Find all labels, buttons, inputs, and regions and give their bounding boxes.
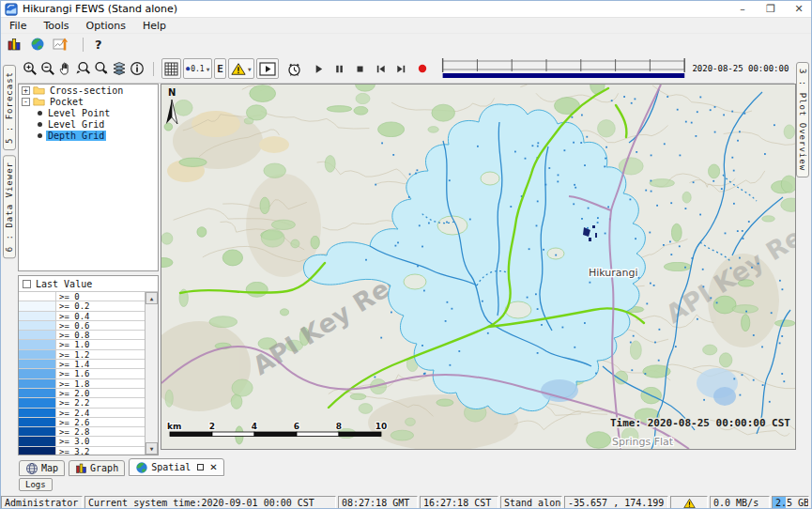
zoom-out-icon[interactable] bbox=[38, 59, 56, 78]
class-break-dropdown[interactable]: ● 0.1 ▼ bbox=[183, 58, 212, 79]
info-icon[interactable] bbox=[128, 59, 146, 78]
svg-text:6: 6 bbox=[294, 422, 299, 431]
legend-row: >= 2.8 bbox=[19, 427, 145, 437]
globe-map-icon[interactable] bbox=[28, 35, 46, 54]
maximize-button[interactable]: ❐ bbox=[757, 1, 785, 17]
class-break-label: 0.1 bbox=[191, 65, 204, 73]
legend-color-swatch bbox=[19, 340, 56, 348]
tree-item-level-point[interactable]: Level Point bbox=[19, 107, 158, 118]
expander-expanded-icon[interactable]: - bbox=[22, 98, 30, 106]
legend-row-label: >= 0.2 bbox=[56, 301, 145, 310]
tree-item-depth-grid[interactable]: Depth Grid bbox=[19, 130, 158, 141]
undock-icon[interactable] bbox=[197, 464, 204, 470]
help-button[interactable]: ? bbox=[91, 38, 106, 52]
animation-timer-icon[interactable] bbox=[285, 59, 303, 78]
pause-button[interactable] bbox=[329, 59, 350, 78]
legend-panel: Last Value >= 0 >= 0.2 >= 0.4 bbox=[18, 275, 159, 455]
play-button[interactable] bbox=[309, 59, 329, 78]
node-bullet-icon bbox=[38, 133, 42, 138]
toolbar-separator bbox=[83, 38, 84, 52]
menu-help[interactable]: Help bbox=[134, 20, 175, 32]
legend-row-label: >= 1.4 bbox=[56, 360, 145, 368]
legend-row: >= 0.2 bbox=[19, 301, 145, 311]
tab-graph[interactable]: Graph bbox=[69, 460, 125, 476]
chevron-down-icon: ▼ bbox=[207, 66, 210, 72]
svg-text:10: 10 bbox=[375, 422, 388, 431]
logs-button[interactable]: Logs bbox=[19, 478, 53, 491]
tab-forecast[interactable]: 5 : Forecast bbox=[3, 65, 16, 150]
tab-data-viewer[interactable]: 6 : Data Viewer bbox=[3, 155, 16, 258]
status-user: Administrator bbox=[1, 496, 83, 509]
layers-icon[interactable] bbox=[110, 59, 128, 78]
legend-row: >= 2.6 bbox=[19, 418, 145, 427]
status-warning-cell[interactable] bbox=[670, 496, 708, 509]
tree-item-pocket[interactable]: - Pocket bbox=[19, 96, 158, 107]
tab-plot-overview[interactable]: 3 : Plot Overview bbox=[796, 62, 809, 177]
legend-color-swatch bbox=[19, 437, 56, 445]
zoom-in-icon[interactable] bbox=[21, 59, 38, 78]
tab-map[interactable]: Map bbox=[19, 460, 65, 476]
scroll-down-icon[interactable]: ▼ bbox=[146, 442, 158, 455]
toolbar-separator bbox=[153, 62, 154, 76]
status-gmt-time: 08:27:18 GMT bbox=[338, 496, 418, 509]
legend-row-label: >= 3.2 bbox=[56, 447, 145, 455]
spatial-map-view[interactable]: API Key Required API Key Required bbox=[161, 84, 796, 450]
folder-icon bbox=[33, 97, 45, 106]
warnings-dropdown-button[interactable]: ▼ bbox=[228, 58, 254, 79]
zoom-next-icon[interactable] bbox=[92, 59, 110, 78]
node-bullet-icon bbox=[38, 122, 42, 127]
zoom-previous-icon[interactable] bbox=[74, 59, 92, 78]
legend-scrollbar[interactable]: ▲ ▼ bbox=[145, 292, 158, 455]
fews-application-window: Hikurangi FEWS (Stand alone) – ❐ ✕ File … bbox=[0, 0, 812, 509]
svg-text:8: 8 bbox=[336, 422, 342, 431]
menu-options[interactable]: Options bbox=[78, 20, 134, 32]
svg-text:2: 2 bbox=[209, 422, 215, 431]
grid-display-button[interactable] bbox=[161, 58, 181, 79]
last-value-checkbox[interactable] bbox=[23, 280, 31, 288]
legend-row: >= 0.4 bbox=[19, 312, 145, 321]
tree-item-cross-section[interactable]: + Cross-section bbox=[19, 85, 158, 96]
legend-color-swatch bbox=[19, 321, 56, 330]
expander-collapsed-icon[interactable]: + bbox=[22, 86, 30, 95]
animation-panel-button[interactable] bbox=[256, 58, 279, 79]
top-toolbar: ? bbox=[1, 34, 812, 54]
legend-color-swatch bbox=[19, 369, 56, 378]
tree-item-label-selected: Depth Grid bbox=[46, 131, 106, 141]
bottom-panel: Map Graph Spatial ✕ bbox=[1, 456, 812, 496]
window-title: Hikurangi FEWS (Stand alone) bbox=[23, 3, 177, 15]
tab-graph-label: Graph bbox=[90, 463, 118, 473]
scroll-up-icon[interactable]: ▲ bbox=[146, 292, 158, 304]
menu-bar: File Tools Options Help bbox=[1, 18, 812, 34]
legend-row: >= 2.4 bbox=[19, 409, 145, 418]
menu-tools[interactable]: Tools bbox=[35, 20, 77, 32]
close-button[interactable]: ✕ bbox=[785, 1, 812, 17]
minimize-button[interactable]: – bbox=[728, 1, 757, 17]
svg-text:4: 4 bbox=[252, 422, 257, 431]
skip-to-end-button[interactable] bbox=[391, 59, 412, 78]
timeseries-chart-icon[interactable] bbox=[52, 35, 69, 54]
skip-to-start-button[interactable] bbox=[371, 59, 391, 78]
legend-color-swatch bbox=[19, 418, 56, 426]
pan-hand-icon[interactable] bbox=[56, 59, 74, 78]
legend-row: >= 1.8 bbox=[19, 379, 145, 389]
memory-label: 2.5 GB bbox=[775, 498, 809, 508]
legend-row-label: >= 1.8 bbox=[56, 379, 145, 388]
labels-toggle-button[interactable]: E bbox=[214, 58, 226, 79]
explorer-bars-icon[interactable] bbox=[5, 35, 23, 54]
legend-color-swatch bbox=[19, 409, 56, 417]
legend-row-label: >= 1.0 bbox=[56, 340, 145, 348]
legend-row-label: >= 3.0 bbox=[56, 437, 145, 445]
stop-button[interactable] bbox=[350, 59, 371, 78]
left-tab-strip: 5 : Forecast 6 : Data Viewer bbox=[1, 57, 18, 496]
time-slider[interactable] bbox=[440, 57, 687, 80]
tab-map-label: Map bbox=[41, 463, 58, 473]
legend-row: >= 1.4 bbox=[19, 360, 145, 369]
tab-spatial[interactable]: Spatial ✕ bbox=[129, 458, 224, 476]
menu-file[interactable]: File bbox=[1, 20, 35, 32]
record-button[interactable] bbox=[412, 59, 433, 78]
legend-row: >= 1.2 bbox=[19, 350, 145, 360]
legend-color-swatch bbox=[19, 379, 56, 388]
timeline-datetime: 2020-08-25 00:00:00 CST bbox=[692, 64, 809, 73]
tree-item-level-grid[interactable]: Level Grid bbox=[19, 118, 158, 130]
close-tab-icon[interactable]: ✕ bbox=[209, 462, 217, 472]
